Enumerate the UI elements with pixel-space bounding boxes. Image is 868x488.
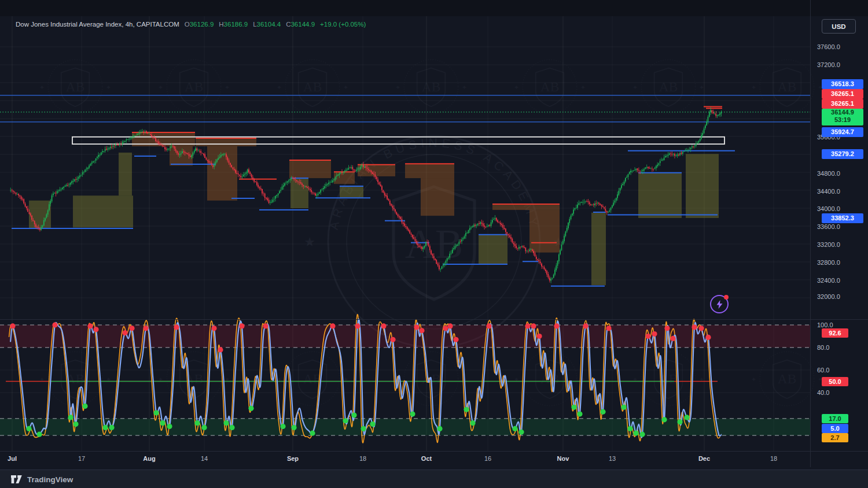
- time-axis-label: 14: [201, 455, 208, 462]
- oscillator-axis-tick: 60.0: [817, 367, 829, 374]
- bottom-toolbar: TradingView: [0, 469, 868, 488]
- oscillator-badge: 2.7: [822, 433, 848, 442]
- time-axis-label: Nov: [557, 455, 569, 462]
- top-strip: [0, 0, 868, 16]
- price-axis-tick: 33200.0: [817, 241, 840, 248]
- oscillator-axis-tick: 100.0: [817, 321, 833, 328]
- pane-separator[interactable]: [0, 319, 868, 320]
- change-value: +19.0 (+0.05%): [320, 21, 366, 28]
- price-badge: 36144.953:19: [822, 109, 863, 125]
- price-axis-tick: 37200.0: [817, 61, 840, 68]
- price-axis-tick: 32000.0: [817, 293, 840, 300]
- price-axis-tick: 34000.0: [817, 205, 840, 212]
- price-axis-tick: 32400.0: [817, 277, 840, 284]
- symbol-legend: Dow Jones Industrial Average Index, 4h, …: [16, 21, 366, 28]
- time-axis-label: Dec: [698, 455, 710, 462]
- time-axis-label: Oct: [421, 455, 432, 462]
- price-badge: 36265.1: [822, 99, 863, 109]
- oscillator-axis-tick: 80.0: [817, 344, 829, 351]
- tradingview-logo-icon[interactable]: [10, 474, 23, 485]
- price-badge: 36518.3: [822, 79, 863, 89]
- oscillator-badge: 92.6: [822, 328, 848, 338]
- time-axis-label: 13: [609, 455, 616, 462]
- ohlc-value: 36144.9: [290, 21, 315, 28]
- price-axis-tick: 37600.0: [817, 43, 840, 50]
- oscillator-badge: 50.0: [822, 377, 848, 386]
- currency-button[interactable]: USD: [822, 19, 856, 34]
- price-badge: 35924.7: [822, 127, 863, 137]
- time-axis-label: Sep: [287, 455, 299, 462]
- tradingview-chart-window: AB✦✦AB✦✦AB✦✦AB✦✦AB✦✦AB✦✦AB✦✦AB✦✦AB✦✦AB✦✦…: [0, 0, 868, 488]
- oscillator-axis-tick: 40.0: [817, 389, 829, 396]
- price-badge: 35279.2: [822, 149, 863, 159]
- lightning-icon: [716, 300, 723, 309]
- chart-canvas[interactable]: AB✦✦AB✦✦AB✦✦AB✦✦AB✦✦AB✦✦AB✦✦AB✦✦AB✦✦AB✦✦…: [0, 0, 868, 488]
- price-axis-tick: 34400.0: [817, 188, 840, 195]
- oscillator-badge: 17.0: [822, 414, 848, 423]
- ohlc-value: 36126.9: [190, 21, 214, 28]
- ohlc-value: 36104.4: [257, 21, 281, 28]
- ohlc-value: 36186.9: [224, 21, 248, 28]
- time-axis[interactable]: [0, 452, 810, 467]
- price-axis-tick: 33600.0: [817, 223, 840, 230]
- symbol-title: Dow Jones Industrial Average Index, 4h, …: [16, 21, 179, 28]
- price-axis-tick: 34800.0: [817, 170, 840, 177]
- time-axis-label: Jul: [8, 455, 17, 462]
- tradingview-brand[interactable]: TradingView: [27, 475, 73, 484]
- price-axis-tick: 32800.0: [817, 259, 840, 266]
- notification-dot: [724, 295, 729, 300]
- price-axis-divider: [810, 0, 811, 467]
- price-badge: 36265.1: [822, 89, 863, 99]
- time-axis-label: 16: [484, 455, 491, 462]
- time-axis-label: Aug: [143, 455, 155, 462]
- ohlc-key: H: [219, 21, 223, 28]
- lightning-boost-icon[interactable]: [710, 295, 729, 313]
- ohlc-values: O36126.9H36186.9L36104.4C36144.9: [179, 21, 315, 28]
- time-axis-label: 18: [359, 455, 366, 462]
- ohlc-key: O: [185, 21, 190, 28]
- time-axis-separator: [0, 451, 868, 452]
- time-axis-label: 18: [770, 455, 777, 462]
- time-axis-label: 17: [78, 455, 85, 462]
- price-badge: 33852.3: [822, 213, 863, 223]
- oscillator-badge: 5.0: [822, 424, 848, 433]
